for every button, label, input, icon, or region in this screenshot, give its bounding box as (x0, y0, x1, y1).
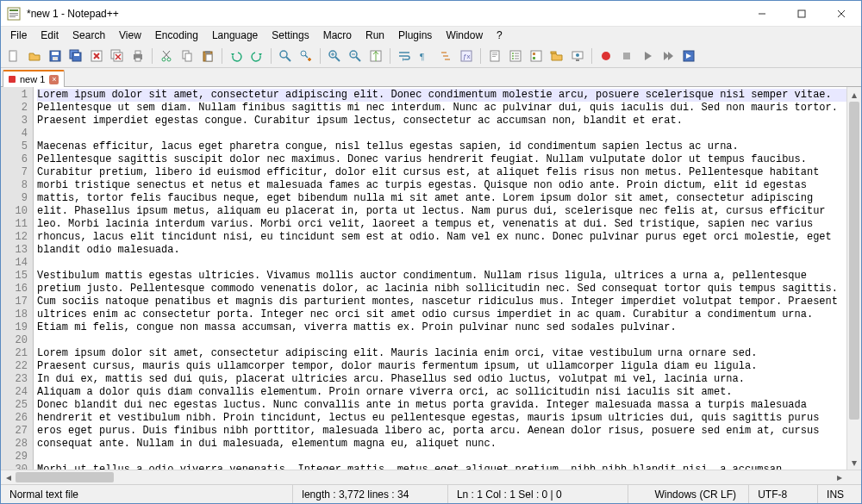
editor-line[interactable]: ultrices enim ac consectetur porta. Inte… (37, 308, 858, 321)
editor-line[interactable]: Lorem ipsum dolor sit amet, consectetur … (37, 89, 858, 102)
scroll-right-icon[interactable]: ▸ (832, 470, 846, 484)
menu-run[interactable]: Run (359, 28, 390, 43)
maximize-button[interactable] (782, 1, 821, 27)
copy-icon[interactable] (178, 47, 197, 65)
menu-settings[interactable]: Settings (265, 28, 315, 43)
replace-icon[interactable] (297, 47, 315, 65)
minimize-button[interactable] (742, 1, 782, 27)
editor-line[interactable]: Aliquam a dolor quis diam convallis elem… (37, 386, 858, 399)
editor-line[interactable]: Donec blandit dui nec egestas luctus. Nu… (37, 399, 858, 412)
tab-new-1[interactable]: new 1 × (3, 70, 65, 87)
editor-line[interactable]: mattis, tortor felis faucibus neque, ege… (37, 192, 858, 205)
user-lang-icon[interactable]: ƒx (457, 47, 476, 65)
editor-line[interactable]: Praesent cursus, mauris quis ullamcorper… (37, 360, 858, 373)
svg-point-62 (512, 58, 514, 59)
menu-plugins[interactable]: Plugins (392, 28, 438, 43)
open-file-icon[interactable] (25, 47, 44, 65)
menu-search[interactable]: Search (66, 28, 111, 43)
menu-file[interactable]: File (4, 28, 33, 43)
editor-line[interactable]: hendrerit et vestibulum nibh. Proin tinc… (37, 412, 858, 425)
editor-line[interactable]: pretium justo. Pellentesque commodo vene… (37, 283, 858, 296)
show-all-chars-icon[interactable]: ¶ (415, 47, 434, 65)
toolbar-separator (152, 48, 153, 64)
editor-line[interactable]: Pellentesque sagittis suscipit dolor nec… (37, 153, 858, 166)
svg-point-61 (512, 55, 514, 57)
line-number: 18 (1, 308, 28, 321)
close-button[interactable] (821, 1, 861, 27)
editor-line[interactable]: Curabitur pretium, libero id euismod eff… (37, 166, 858, 179)
editor-line[interactable]: blandit odio malesuada. (37, 244, 858, 257)
svg-rect-12 (53, 57, 58, 60)
save-icon[interactable] (46, 47, 65, 65)
scroll-left-icon[interactable]: ◂ (1, 470, 16, 484)
menu-window[interactable]: Window (440, 28, 489, 43)
editor-line[interactable]: Cum sociis natoque penatibus et magnis d… (37, 296, 858, 308)
editor-line[interactable]: morbi tristique senectus et netus et mal… (37, 179, 858, 192)
close-file-icon[interactable] (87, 47, 106, 65)
zoom-out-icon[interactable] (346, 47, 365, 65)
editor-line[interactable]: eros eget purus. Duis finibus nibh portt… (37, 425, 858, 438)
cut-icon[interactable] (157, 47, 176, 65)
line-number: 6 (1, 153, 28, 166)
doc-map-icon[interactable] (485, 47, 504, 65)
line-number: 1 (1, 89, 28, 102)
menu-language[interactable]: Language (206, 28, 264, 43)
redo-icon[interactable] (247, 47, 266, 65)
scrollbar-thumb[interactable] (849, 102, 859, 420)
editor-line[interactable] (37, 128, 858, 140)
svg-rect-74 (623, 53, 630, 59)
text-editor[interactable]: Lorem ipsum dolor sit amet, consectetur … (34, 87, 861, 484)
zoom-in-icon[interactable] (325, 47, 344, 65)
editor-line[interactable]: Praesent imperdiet egestas congue. Curab… (37, 115, 858, 128)
toolbar-separator (390, 48, 390, 64)
horizontal-scrollbar[interactable]: ◂ ▸ (1, 470, 861, 484)
menu-edit[interactable]: Edit (34, 28, 65, 43)
indent-guide-icon[interactable] (436, 47, 455, 65)
editor-line[interactable]: rhoncus, lacus elit tincidunt nisi, eu t… (37, 231, 858, 244)
editor-line[interactable]: Lorem ipsum dolor sit amet, consectetur … (37, 347, 858, 360)
editor-line[interactable]: Vestibulum mattis egestas ultricies. Viv… (37, 270, 858, 283)
record-macro-icon[interactable] (597, 47, 615, 65)
new-file-icon[interactable] (4, 47, 23, 65)
vertical-scrollbar[interactable]: ▴ ▾ (846, 87, 861, 470)
play-multiple-icon[interactable] (659, 47, 678, 65)
editor-line[interactable] (37, 257, 858, 270)
doc-list-icon[interactable] (506, 47, 525, 65)
scroll-up-icon[interactable]: ▴ (847, 87, 861, 102)
stop-macro-icon[interactable] (617, 47, 636, 65)
monitor-icon[interactable] (568, 47, 587, 65)
save-macro-icon[interactable] (679, 47, 698, 65)
save-all-icon[interactable] (66, 47, 85, 65)
editor-line[interactable]: Pellentesque ut sem diam. Nullam finibus… (37, 102, 858, 115)
scroll-down-icon[interactable]: ▾ (847, 455, 861, 470)
function-list-icon[interactable] (527, 47, 546, 65)
status-eol[interactable]: Windows (CR LF) (646, 485, 749, 503)
status-insert-mode[interactable]: INS (818, 485, 861, 503)
menu-help[interactable]: ? (490, 28, 509, 43)
editor-line[interactable]: Maecenas efficitur, lacus eget pharetra … (37, 140, 858, 153)
print-icon[interactable] (128, 47, 147, 65)
menu-encoding[interactable]: Encoding (149, 28, 204, 43)
tab-close-icon[interactable]: × (49, 75, 59, 84)
scrollbar-thumb[interactable] (16, 472, 114, 482)
play-macro-icon[interactable] (638, 47, 657, 65)
editor-line[interactable]: In dui ex, mattis sed dui quis, placerat… (37, 373, 858, 386)
editor-line[interactable]: leo. Morbi lacinia interdum varius. Morb… (37, 218, 858, 231)
undo-icon[interactable] (227, 47, 246, 65)
find-icon[interactable] (276, 47, 295, 65)
paste-icon[interactable] (198, 47, 217, 65)
line-number: 13 (1, 244, 28, 257)
editor-line[interactable]: elit. Phasellus ipsum metus, aliquam eu … (37, 205, 858, 218)
menu-macro[interactable]: Macro (317, 28, 358, 43)
sync-vertical-icon[interactable] (366, 47, 385, 65)
folder-workspace-icon[interactable] (547, 47, 566, 65)
status-encoding[interactable]: UTF-8 (749, 485, 818, 503)
close-all-icon[interactable] (108, 47, 127, 65)
svg-rect-33 (205, 51, 210, 53)
editor-line[interactable]: consequat ante. Nullam in dui malesuada,… (37, 438, 858, 451)
editor-line[interactable] (37, 334, 858, 347)
editor-line[interactable]: Etiam mi felis, congue non massa accumsa… (37, 321, 858, 334)
editor-line[interactable] (37, 451, 858, 464)
menu-view[interactable]: View (113, 28, 147, 43)
word-wrap-icon[interactable] (395, 47, 414, 65)
